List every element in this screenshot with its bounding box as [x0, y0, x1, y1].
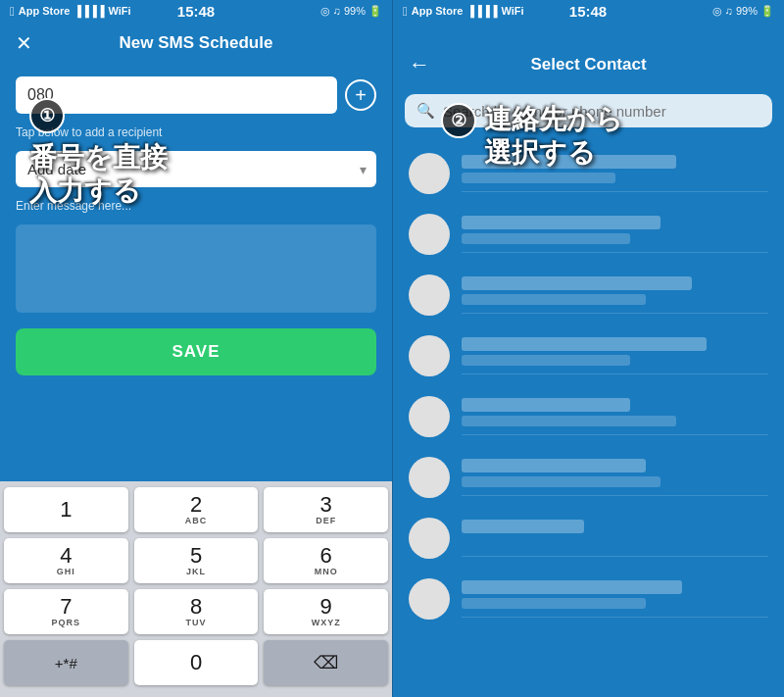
wifi-icon: WiFi: [109, 5, 131, 17]
contact-info-4: [462, 337, 768, 374]
avatar-1: [409, 153, 450, 194]
right-wifi-icon: WiFi: [502, 5, 524, 17]
left-panel:  App Store ▐▐▐▐ WiFi 15:48 ◎ ♫ 99% 🔋 ✕ …: [0, 0, 392, 697]
tap-label: Tap below to add a recipient: [16, 125, 376, 139]
contact-info-6: [462, 459, 768, 496]
key-2[interactable]: 2 ABC: [134, 487, 259, 532]
save-button[interactable]: SAVE: [16, 328, 376, 375]
contact-item-7[interactable]: [393, 508, 784, 569]
signal-icon: ▐▐▐▐: [74, 5, 104, 17]
contact-phone-6: [462, 476, 661, 487]
back-icon: ←: [409, 52, 430, 76]
right-panel:  App Store ▐▐▐▐ WiFi 15:48 ◎ ♫ 99% 🔋 ← …: [392, 0, 784, 697]
contact-info-7: [462, 520, 768, 557]
key-6[interactable]: 6 MNO: [264, 538, 388, 583]
keyboard-row-3: 7 PQRS 8 TUV 9 WXYZ: [4, 589, 388, 634]
back-button[interactable]: ←: [409, 52, 430, 77]
contact-name-2: [462, 216, 661, 229]
contact-info-2: [462, 216, 768, 253]
date-dropdown[interactable]: Add date Today Tomorrow Custom: [16, 151, 376, 187]
contact-info-1: [462, 155, 768, 192]
key-7[interactable]: 7 PQRS: [4, 589, 128, 634]
avatar-5: [409, 396, 450, 437]
apple-icon: : [10, 4, 15, 19]
left-status-left:  App Store ▐▐▐▐ WiFi: [10, 4, 131, 19]
contact-phone-8: [462, 598, 646, 609]
avatar-7: [409, 518, 450, 559]
message-label: Enter message here...: [16, 199, 376, 213]
key-4[interactable]: 4 GHI: [4, 538, 128, 583]
right-panel-wrapper:  App Store ▐▐▐▐ WiFi 15:48 ◎ ♫ 99% 🔋 ← …: [392, 0, 784, 697]
phone-input[interactable]: [16, 76, 337, 114]
contact-item-4[interactable]: [393, 325, 784, 386]
contact-name-6: [462, 459, 646, 473]
key-5[interactable]: 5 JKL: [134, 538, 259, 583]
contact-item-8[interactable]: [393, 569, 784, 629]
left-status-time: 15:48: [177, 3, 215, 20]
search-icon: 🔍: [416, 102, 435, 120]
key-symbols[interactable]: +*#: [4, 640, 128, 685]
right-nav-title: Select Contact: [530, 55, 646, 75]
contact-info-8: [462, 580, 768, 618]
contact-name-4: [462, 337, 707, 351]
key-3[interactable]: 3 DEF: [264, 487, 388, 532]
avatar-2: [409, 214, 450, 255]
contact-phone-2: [462, 233, 630, 244]
right-battery-icons: ◎ ♫ 99% 🔋: [712, 5, 774, 18]
app-store-label: App Store: [19, 5, 71, 17]
key-9[interactable]: 9 WXYZ: [264, 589, 388, 634]
contact-item-5[interactable]: [393, 386, 784, 447]
search-input[interactable]: [443, 103, 760, 120]
avatar-6: [409, 457, 450, 498]
message-textarea[interactable]: [16, 224, 376, 313]
right-nav-bar: ← Select Contact: [393, 43, 784, 86]
contact-name-5: [462, 398, 630, 412]
key-8[interactable]: 8 TUV: [134, 589, 259, 634]
contact-item-1[interactable]: [393, 143, 784, 204]
add-recipient-button[interactable]: +: [345, 79, 376, 111]
contact-item-3[interactable]: [393, 265, 784, 325]
keyboard-row-4: +*# 0 ⌫: [4, 640, 388, 685]
contact-phone-4: [462, 355, 630, 366]
left-nav-bar: ✕ New SMS Schedule: [0, 22, 392, 65]
contacts-list: [393, 135, 784, 697]
close-icon[interactable]: ✕: [16, 31, 32, 55]
contact-name-7: [462, 520, 584, 533]
search-container: 🔍: [393, 86, 784, 135]
left-nav-title: New SMS Schedule: [120, 33, 273, 53]
right-signal-icon: ▐▐▐▐: [466, 5, 497, 17]
avatar-4: [409, 335, 450, 376]
keyboard-row-2: 4 GHI 5 JKL 6 MNO: [4, 538, 388, 583]
right-status-right: ◎ ♫ 99% 🔋: [712, 5, 774, 18]
keyboard: 1 2 ABC 3 DEF 4 GHI 5 JKL 6: [0, 481, 392, 697]
key-delete[interactable]: ⌫: [264, 640, 388, 685]
right-apple-icon: : [403, 4, 408, 19]
contact-item-6[interactable]: [393, 447, 784, 508]
right-app-store-label: App Store: [412, 5, 464, 17]
keyboard-row-1: 1 2 ABC 3 DEF: [4, 487, 388, 532]
contact-name-1: [462, 155, 676, 169]
contact-phone-5: [462, 416, 676, 426]
search-box: 🔍: [405, 94, 772, 127]
date-dropdown-container: Add date Today Tomorrow Custom ▾: [16, 151, 376, 187]
right-status-bar:  App Store ▐▐▐▐ WiFi 15:48 ◎ ♫ 99% 🔋: [393, 0, 784, 22]
key-0[interactable]: 0: [134, 640, 259, 685]
right-status-time: 15:48: [569, 3, 607, 20]
right-status-left:  App Store ▐▐▐▐ WiFi: [403, 4, 524, 19]
contact-info-3: [462, 276, 768, 314]
avatar-8: [409, 578, 450, 620]
battery-icons: ◎ ♫ 99% 🔋: [320, 5, 382, 18]
phone-input-row: +: [16, 76, 376, 114]
avatar-3: [409, 274, 450, 316]
contact-phone-3: [462, 294, 646, 305]
left-status-right: ◎ ♫ 99% 🔋: [320, 5, 382, 18]
key-1[interactable]: 1: [4, 487, 128, 532]
left-content: + Tap below to add a recipient Add date …: [0, 65, 392, 481]
left-status-bar:  App Store ▐▐▐▐ WiFi 15:48 ◎ ♫ 99% 🔋: [0, 0, 392, 22]
contact-name-8: [462, 580, 682, 594]
contact-info-5: [462, 398, 768, 435]
contact-name-3: [462, 276, 692, 290]
contact-item-2[interactable]: [393, 204, 784, 265]
contact-phone-1: [462, 173, 615, 183]
